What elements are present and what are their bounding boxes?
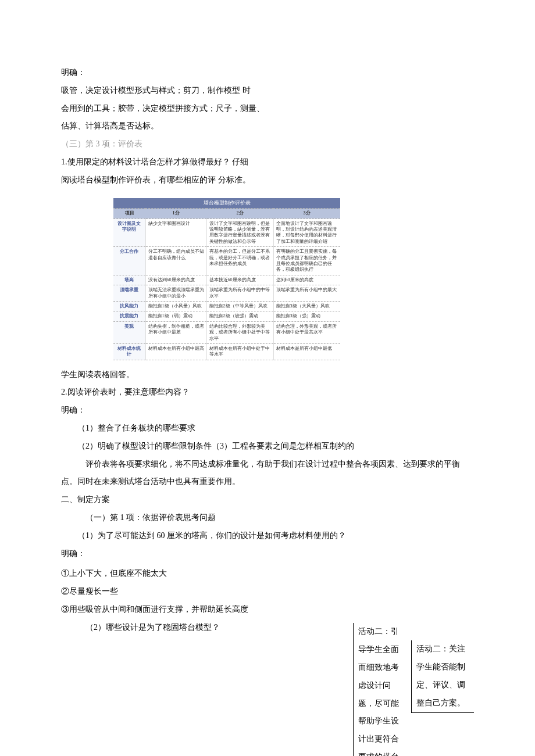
table-header-row: 项目 1分 2分 3分 xyxy=(113,209,340,218)
cell: 材料成本是所有小组中最低 xyxy=(273,343,340,360)
para-student-read: 学生阅读表格回答。 xyxy=(61,366,474,384)
para-eval-summary: 评价表将各项要求细化，将不同达成标准量化，有助于我们在设计过程中整合各项因素、达… xyxy=(61,456,474,492)
row-label: 塔高 xyxy=(113,275,145,285)
bottom-left: ①上小下大，但底座不能太大 ②尽量瘦长一些 ③用些吸管从中间和侧面进行支撑，并帮… xyxy=(61,565,353,636)
cell: 有明确的分工且贯彻实施，每个成员承担了相应的任务，并且每位成员都明确自己的任务，… xyxy=(273,247,340,275)
cell: 能抵御1级（小风量）风吹 xyxy=(145,301,206,311)
table-title: 塔台模型制作评价表 xyxy=(113,198,340,209)
cell: 顶端无法承重或顶端承重为所有小组中的最小 xyxy=(145,285,206,302)
para-section-3: （三）第 3 项：评价表 xyxy=(61,135,474,153)
para-item-2-3: （2）明确了模型设计的哪些限制条件（3）工程各要素之间是怎样相互制约的 xyxy=(61,438,474,456)
table-row: 美观结构失衡，制作粗糙，或者所有小组中最差结构比较合理，外形较为美观，或者所有小… xyxy=(113,321,340,343)
para-mingque-2: 明确： xyxy=(61,402,474,420)
eval-table: 塔台模型制作评价表 项目 1分 2分 3分 设计图及文字说明缺少文字和图画设计设… xyxy=(113,198,340,360)
para-material-1: 吸管，决定设计模型形式与样式；剪刀，制作模型 时 xyxy=(61,82,474,100)
cell: 全面地设计了文字和图画说明，对设计结构的表述美观清晰，对每部分使用的材料进行了加… xyxy=(273,218,340,247)
para-point-3: ③用些吸管从中间和侧面进行支撑，并帮助延长高度 xyxy=(61,601,353,619)
para-2-1-q1: （1）为了尽可能达到 60 厘米的塔高，你们的设计是如何考虑材料使用的？ xyxy=(61,527,474,545)
para-item-1: （1）整合了任务板块的哪些要求 xyxy=(61,420,474,438)
cell: 顶端承重为所有小组中的最大 xyxy=(273,285,340,302)
cell: 分工不明确，组内成员不知道各自应该做什么 xyxy=(145,247,206,275)
table-row: 塔高没有达到60厘米的高度基本接近60厘米的高度达到60厘米的高度 xyxy=(113,275,340,285)
para-2-1: （一）第 1 项：依据评价表思考问题 xyxy=(61,509,474,527)
para-point-2: ②尽量瘦长一些 xyxy=(61,583,353,601)
sidebar-note-1: 活动二：引导学生全面而细致地考虑设计问题，尽可能帮助学生设计出更符合要求的塔台 xyxy=(353,623,411,756)
para-2-1-q2: （2）哪些设计是为了稳固塔台模型？ xyxy=(61,619,353,637)
cell: 结构比较合理，外形较为美观，或者所有小组中处于中等水平 xyxy=(206,321,273,343)
cell: 材料成本在所有小组中处于中等水平 xyxy=(206,343,273,360)
cell: 顶端承重为所有小组中的中等水平 xyxy=(206,285,273,302)
cell: 没有达到60厘米的高度 xyxy=(145,275,206,285)
hdr-0: 项目 xyxy=(113,209,145,218)
para-material-2: 会用到的工具；胶带，决定模型拼接方式；尺子，测量、 xyxy=(61,100,474,118)
para-q1-b: 阅读塔台模型制作评价表，有哪些相应的评 分标准。 xyxy=(61,171,474,189)
cell: 能抵御2级（中等风量）风吹 xyxy=(206,301,273,311)
para-q2: 2.阅读评价表时，要注意哪些内容？ xyxy=(61,384,474,402)
cell: 缺少文字和图画设计 xyxy=(145,218,206,247)
para-q1-a: 1.使用限定的材料设计塔台怎样才算做得最好？ 仔细 xyxy=(61,153,474,171)
hdr-3: 3分 xyxy=(273,209,340,218)
cell: 材料成本在所有小组中最高 xyxy=(145,343,206,360)
table-title-row: 塔台模型制作评价表 xyxy=(113,198,340,209)
para-material-3: 估算、计算塔高是否达标。 xyxy=(61,117,474,135)
table-row: 顶端承重顶端无法承重或顶端承重为所有小组中的最小顶端承重为所有小组中的中等水平顶… xyxy=(113,285,340,302)
cell: 达到60厘米的高度 xyxy=(273,275,340,285)
cell: 能抵御3级（强）震动 xyxy=(273,311,340,321)
cell: 有基本的分工，但是分工不系统，或是好分工不明确，或者未承担任务的成员 xyxy=(206,247,273,275)
cell: 设计了文字和图画说明，但是说明较简略，缺少测量，没有用数字进行定量描述或者没有关… xyxy=(206,218,273,247)
cell: 能抵御2级（较强）震动 xyxy=(206,311,273,321)
cell: 能抵御1级（弱）震动 xyxy=(145,311,206,321)
sidebar-note-2: 活动二：关注学生能否能制定、评议、调整自己方案。 xyxy=(411,640,474,712)
row-label: 美观 xyxy=(113,321,145,343)
table-row: 分工合作分工不明确，组内成员不知道各自应该做什么有基本的分工，但是分工不系统，或… xyxy=(113,247,340,275)
table-row: 设计图及文字说明缺少文字和图画设计设计了文字和图画说明，但是说明较简略，缺少测量… xyxy=(113,218,340,247)
eval-table-wrap: 塔台模型制作评价表 项目 1分 2分 3分 设计图及文字说明缺少文字和图画设计设… xyxy=(113,198,340,360)
row-label: 顶端承重 xyxy=(113,285,145,302)
para-section-2: 二、制定方案 xyxy=(61,491,474,509)
row-label: 材料成本统计 xyxy=(113,343,145,360)
hdr-2: 2分 xyxy=(206,209,273,218)
row-label: 分工合作 xyxy=(113,247,145,275)
cell: 基本接近60厘米的高度 xyxy=(206,275,273,285)
table-row: 抗风能力能抵御1级（小风量）风吹能抵御2级（中等风量）风吹能抵御3级（大风量）风… xyxy=(113,301,340,311)
row-label: 设计图及文字说明 xyxy=(113,218,145,247)
row-label: 抗震能力 xyxy=(113,311,145,321)
hdr-1: 1分 xyxy=(145,209,206,218)
bottom-layout: ①上小下大，但底座不能太大 ②尽量瘦长一些 ③用些吸管从中间和侧面进行支撑，并帮… xyxy=(61,565,474,756)
para-mingque-1: 明确： xyxy=(61,64,474,82)
cell: 结构失衡，制作粗糙，或者所有小组中最差 xyxy=(145,321,206,343)
cell: 能抵御3级（大风量）风吹 xyxy=(273,301,340,311)
para-mingque-3: 明确： xyxy=(61,545,474,563)
table-row: 抗震能力能抵御1级（弱）震动能抵御2级（较强）震动能抵御3级（强）震动 xyxy=(113,311,340,321)
para-point-1: ①上小下大，但底座不能太大 xyxy=(61,565,353,583)
table-row: 材料成本统计材料成本在所有小组中最高材料成本在所有小组中处于中等水平材料成本是所… xyxy=(113,343,340,360)
row-label: 抗风能力 xyxy=(113,301,145,311)
cell: 结构合理，外形美观，或者所有小组中处于最高水平 xyxy=(273,321,340,343)
